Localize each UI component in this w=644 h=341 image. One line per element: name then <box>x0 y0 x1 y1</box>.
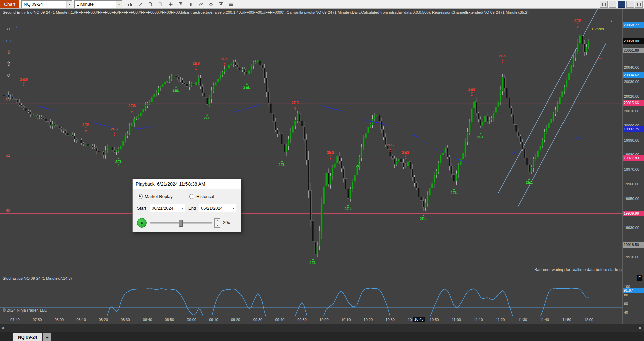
price-tick: 20030.00 <box>624 80 639 84</box>
price-tick: 19970.00 <box>624 167 639 172</box>
svg-text:2EL: 2EL <box>450 191 458 195</box>
svg-text:2EL: 2EL <box>204 116 211 120</box>
horizontal-scrollbar[interactable]: ◀ ▶ <box>0 324 644 332</box>
active-window-icon <box>620 3 623 6</box>
price-tick: 19950.00 <box>624 197 639 201</box>
time-tick: 11:20 <box>493 318 508 322</box>
price-value-box: 20051.69 <box>623 48 644 53</box>
historical-label: Historical <box>196 194 214 199</box>
end-date-select[interactable]: 06/21/2024 ▾ <box>199 204 236 212</box>
time-tick: 10:50 <box>427 318 442 322</box>
spin-down-icon[interactable]: ▼ <box>214 223 220 228</box>
toolbar-icons <box>127 1 235 8</box>
svg-text:2EL: 2EL <box>420 217 427 221</box>
drawing-tools-icon[interactable] <box>137 1 144 8</box>
price-value-box: 19939.99 <box>623 211 644 216</box>
ellipse-tool-icon[interactable]: ○ <box>4 71 13 80</box>
time-tick: 08:20 <box>96 318 111 322</box>
window-new-button[interactable] <box>609 1 616 8</box>
window-active-button[interactable] <box>618 1 625 8</box>
tab-bar: NQ 09-24 + <box>0 332 644 341</box>
historical-radio[interactable]: Historical <box>189 194 214 199</box>
data-grid-icon[interactable] <box>187 1 195 8</box>
close-icon <box>637 3 641 6</box>
zoom-in-icon[interactable] <box>147 1 154 8</box>
market-replay-radio[interactable]: Market Replay <box>138 194 173 199</box>
svg-text:2EL: 2EL <box>115 160 122 164</box>
time-tick: 10:00 <box>317 318 331 322</box>
svg-text:2ES: 2ES <box>468 87 476 91</box>
scroll-right-icon[interactable]: ▶ <box>639 326 642 330</box>
price-value-box: 19918.50 <box>623 242 644 248</box>
time-tick: 10:10 <box>339 318 354 322</box>
scroll-down-tool-icon[interactable]: ⇩ <box>4 47 13 57</box>
properties-icon[interactable] <box>227 1 235 8</box>
speed-spinner: ▲ ▼ <box>214 218 220 227</box>
svg-text:2ES: 2ES <box>386 143 394 147</box>
time-tick: 09:00 <box>184 318 199 322</box>
chart-menu-button[interactable]: Chart <box>0 0 19 8</box>
speed-slider-thumb[interactable] <box>179 220 183 227</box>
play-button[interactable]: ▶ <box>137 218 147 228</box>
time-tick: 09:30 <box>250 318 265 322</box>
svg-text:2ES: 2ES <box>221 57 228 61</box>
instrument-select[interactable]: NQ 09-24 ▾ <box>21 0 72 8</box>
crosshair-time-label: 10:43 <box>413 317 425 322</box>
toolbar-drag-handle-icon[interactable]: ⋮ <box>15 25 19 30</box>
svg-text:2: 2 <box>23 81 25 85</box>
svg-text:2: 2 <box>114 131 115 134</box>
scroll-left-icon[interactable]: ◀ <box>1 326 4 330</box>
pan-tool-icon[interactable]: ↔ <box>4 24 13 33</box>
add-tab-button[interactable]: + <box>43 333 51 341</box>
chevron-down-icon: ▾ <box>231 207 236 210</box>
measure-tool-icon[interactable]: ▭ <box>4 36 13 45</box>
speed-label: 20x <box>223 220 230 225</box>
zoom-out-icon[interactable] <box>157 1 164 8</box>
radio-unselected-icon <box>189 194 194 199</box>
strategies-icon[interactable] <box>207 1 215 8</box>
svg-text:2ES: 2ES <box>128 104 136 108</box>
time-tick: 08:00 <box>52 318 66 322</box>
time-tick: 09:50 <box>294 318 309 322</box>
panel-f-button[interactable]: F <box>636 275 643 281</box>
market-replay-label: Market Replay <box>145 194 173 199</box>
report-icon[interactable] <box>177 1 184 8</box>
playback-dialog-titlebar[interactable]: Playback 6/21/2024 11:58:38 AM <box>133 179 241 189</box>
window-tile-button[interactable] <box>600 1 608 8</box>
time-tick: 09:40 <box>272 318 287 322</box>
svg-text:2: 2 <box>224 61 225 64</box>
time-tick: 08:50 <box>162 318 177 322</box>
tile-icon <box>602 3 606 6</box>
svg-text:2ES: 2ES <box>327 150 334 154</box>
chart-area[interactable]: S1S2S32ES22ES22ES22EL12ES12EL2ES22EL2ES2… <box>0 8 644 324</box>
price-tick: 19910.00 <box>624 255 639 259</box>
tab-nq-09-24[interactable]: NQ 09-24 <box>13 333 42 341</box>
window-controls <box>600 1 643 8</box>
chart-style-icon[interactable] <box>127 1 134 8</box>
add-object-icon[interactable] <box>167 1 174 8</box>
go-to-last-bar-icon[interactable]: ← <box>609 15 618 24</box>
price-tick: 20040.00 <box>624 65 639 69</box>
start-date-select[interactable]: 06/21/2024 ▾ <box>150 204 185 212</box>
stoch-value-box: 91.67 <box>623 288 644 293</box>
indicators-icon[interactable] <box>197 1 205 8</box>
interval-select[interactable]: 1 Minute ▾ <box>74 0 122 8</box>
window-restore-button[interactable] <box>626 1 634 8</box>
chart-trader-icon[interactable] <box>217 1 225 8</box>
scroll-up-tool-icon[interactable]: ⇧ <box>4 59 13 68</box>
price-tick: 19990.00 <box>624 138 639 142</box>
toolbar: Chart NQ 09-24 ▾ 1 Minute ▾ <box>0 0 644 9</box>
svg-text:2: 2 <box>85 127 87 130</box>
svg-text:2EL: 2EL <box>345 207 352 211</box>
time-tick: 07:40 <box>8 318 22 322</box>
chevron-down-icon: ▾ <box>116 1 122 8</box>
svg-text:2ES: 2ES <box>291 101 299 105</box>
stoch-tick: 80 <box>624 293 628 297</box>
ticks-annotation: +3 ticks <box>591 27 604 31</box>
svg-text:2ES: 2ES <box>82 123 90 127</box>
spin-up-icon[interactable]: ▲ <box>214 218 220 223</box>
time-tick: 12:00 <box>581 318 596 322</box>
time-tick: 11:00 <box>449 318 464 322</box>
window-close-button[interactable] <box>635 1 643 8</box>
svg-text:2ES: 2ES <box>111 127 118 131</box>
